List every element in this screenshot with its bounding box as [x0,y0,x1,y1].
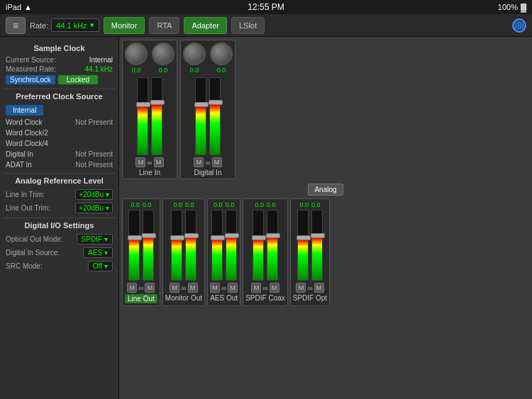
monitor-out-mute-1[interactable]: M [170,283,179,293]
current-source-row: Current Source: Internal [3,55,116,64]
lo-meter-2 [143,236,153,280]
line-out-fader-2[interactable] [143,210,154,281]
digital-fader-handle-2[interactable] [209,100,223,105]
src-mode-dropdown[interactable]: Off ▾ [88,261,113,271]
mo-fader-2[interactable] [184,233,199,238]
spdif-coax-values: 0.0 0.0 [255,201,275,208]
so-fader-1[interactable] [297,235,311,240]
monitor-out-group: 0.0 0.0 M ∞ M [162,198,205,306]
line-in-fader-1[interactable] [137,77,148,155]
meter-fill-1 [138,105,148,154]
clock-source-wordclock: Word Clock Not Present [3,117,116,128]
so-fader-2[interactable] [311,233,325,238]
sc-fader-1[interactable] [252,235,266,240]
battery-icon: ▓ [521,3,526,11]
line-in-fader-2[interactable] [151,77,162,155]
aes-fader-1[interactable] [211,235,225,240]
line-in-trim-dropdown[interactable]: +20dBu ▾ [75,189,113,200]
lo-fader-1[interactable] [128,235,142,240]
mixer-area: 0.0 0.0 [119,37,532,399]
digital-in-ch1: 0.0 [183,43,206,75]
menu-icon: ≡ [13,20,18,31]
line-out-mute-1[interactable]: M [127,283,137,293]
line-out-fader-1[interactable] [128,210,140,281]
line-in-knob-2[interactable] [152,43,174,65]
digital-in-source-dropdown[interactable]: AES ▾ [83,247,113,258]
digital-in-group: 0.0 0.0 [180,40,235,179]
src-mode-value: Off [93,262,102,270]
spdif-coax-mute-2[interactable]: M [270,283,279,293]
monitor-out-fader-2[interactable] [185,210,196,281]
src-mode-row: SRC Mode: Off ▾ [3,259,116,273]
digital-in-knob-2[interactable] [210,43,233,65]
monitor-out-controls: M ∞ M [170,283,197,293]
digital-meter-fill-1 [196,105,206,154]
adat-in-label: ADAT In [6,161,32,169]
menu-button[interactable]: ≡ [6,17,26,34]
line-in-mute-2[interactable]: M [154,157,164,167]
line-in-knob-1[interactable] [125,43,148,65]
clock-internal-btn[interactable]: Internal [6,105,43,116]
monitor-out-mute-2[interactable]: M [188,283,198,293]
tab-monitor[interactable]: Monitor [104,17,145,34]
digital-in-fader-1[interactable] [195,77,206,155]
divider-2 [3,173,116,174]
monitor-out-name: Monitor Out [165,294,202,302]
src-mode-chevron: ▾ [104,262,108,270]
mo-fader-1[interactable] [170,235,184,240]
line-out-trim-label: Line Out Trim: [6,204,50,212]
tab-rta[interactable]: RTA [149,17,179,34]
digital-in-mute-1[interactable]: M [194,157,204,167]
spdif-coax-mute-1[interactable]: M [251,283,261,293]
aes-meter-2 [226,236,236,280]
aes-out-mute-1[interactable]: M [210,283,220,293]
tab-lslot[interactable]: LSlot [231,17,265,34]
digital-in-fader-2[interactable] [209,77,221,155]
spdif-coax-fader-1[interactable] [253,210,264,281]
line-in-trim-chevron: ▾ [106,191,109,198]
fader-handle-1[interactable] [136,102,150,107]
optical-out-label: Optical Out Mode: [6,235,63,243]
clock-source-adat-in: ADAT In Not Present [3,159,116,170]
spdif-opt-fader-2[interactable] [311,210,323,281]
spdif-opt-mute-1[interactable]: M [296,283,306,293]
sc-fader-2[interactable] [266,233,280,238]
line-out-mute-2[interactable]: M [145,283,155,293]
tab-lslot-label: LSlot [239,21,257,30]
digital-in-val-1: 0.0 [190,67,199,74]
line-in-trim-value: +20dBu [79,191,104,198]
monitor-out-val-2: 0.0 [185,201,194,208]
aes-out-val-2: 0.0 [226,201,235,208]
aes-out-fader-1[interactable] [211,210,223,281]
carrier-label: iPad [6,3,21,11]
optical-out-chevron: ▾ [104,235,108,243]
spdif-opt-mute-2[interactable]: M [314,283,324,293]
monitor-out-fader-1[interactable] [171,210,182,281]
spdif-coax-fader-2[interactable] [267,210,278,281]
line-in-faders [137,77,162,155]
digital-in-val-2: 0.0 [217,67,226,74]
clock-source-wordclock4: Word Clock/4 [3,138,116,149]
digital-in-mute-2[interactable]: M [212,157,222,167]
line-out-trim-dropdown[interactable]: +20dBu ▾ [75,203,113,213]
so-meter-1 [298,238,308,280]
digital-fader-handle-1[interactable] [194,102,209,107]
line-in-mute-1[interactable]: M [135,157,145,167]
aes-out-mute-2[interactable]: M [228,283,238,293]
aes-fader-2[interactable] [225,233,239,238]
digital-in-knob-1[interactable] [183,43,206,65]
optical-out-dropdown[interactable]: SPDIF ▾ [77,234,113,245]
spdif-opt-fader-1[interactable] [297,210,309,281]
line-in-name: Line In [139,169,160,176]
lo-fader-2[interactable] [142,233,156,238]
line-in-val-1: 0.0 [132,67,141,74]
fader-handle-2[interactable] [150,100,165,105]
aes-out-fader-2[interactable] [226,210,237,281]
synchrolock-row: SynchroLock Locked [3,74,116,86]
tab-monitor-label: Monitor [111,21,138,30]
tab-adapter[interactable]: Adapter [184,17,227,34]
src-mode-label: SRC Mode: [6,262,43,270]
digital-in-faders [195,77,221,155]
rate-dropdown[interactable]: 44.1 kHz ▾ [51,18,99,32]
digital-io-title: Digital I/O Settings [3,221,116,230]
